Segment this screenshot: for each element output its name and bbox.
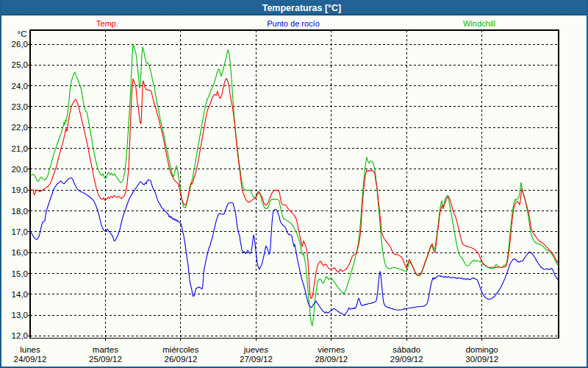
svg-text:16,0: 16,0 [12, 248, 28, 257]
svg-text:12,0: 12,0 [12, 331, 28, 340]
svg-text:martes: martes [93, 345, 118, 354]
svg-text:25,0: 25,0 [12, 60, 28, 69]
svg-text:°C: °C [18, 29, 27, 38]
svg-text:15,0: 15,0 [12, 269, 28, 278]
svg-text:Windchill: Windchill [463, 19, 495, 28]
svg-text:jueves: jueves [243, 345, 268, 354]
svg-text:21,0: 21,0 [12, 144, 28, 153]
svg-text:sábado: sábado [392, 345, 420, 354]
svg-text:27/09/12: 27/09/12 [240, 355, 273, 364]
svg-text:17,0: 17,0 [12, 227, 28, 236]
svg-text:18,0: 18,0 [12, 207, 28, 216]
svg-text:19,0: 19,0 [12, 185, 28, 194]
svg-text:13,0: 13,0 [12, 311, 28, 319]
svg-text:25/09/12: 25/09/12 [89, 355, 122, 364]
svg-text:14,0: 14,0 [12, 290, 28, 299]
svg-text:20,0: 20,0 [12, 165, 28, 174]
svg-text:22,0: 22,0 [12, 123, 28, 132]
svg-text:26,0: 26,0 [12, 40, 28, 49]
svg-text:24/09/12: 24/09/12 [14, 355, 47, 364]
svg-text:30/09/12: 30/09/12 [465, 355, 498, 364]
svg-text:Punto de rocío: Punto de rocío [267, 19, 320, 28]
svg-text:miércoles: miércoles [162, 345, 198, 354]
svg-text:domingo: domingo [466, 345, 498, 354]
svg-text:lunes: lunes [20, 345, 40, 354]
svg-text:23,0: 23,0 [12, 102, 28, 111]
svg-text:Temperaturas [°C]: Temperaturas [°C] [262, 3, 342, 13]
svg-text:28/09/12: 28/09/12 [315, 355, 348, 364]
svg-text:viernes: viernes [318, 345, 345, 354]
svg-text:Temp.: Temp. [96, 19, 118, 28]
svg-text:29/09/12: 29/09/12 [390, 355, 423, 364]
svg-text:26/09/12: 26/09/12 [165, 355, 198, 364]
svg-text:24,0: 24,0 [12, 82, 28, 91]
